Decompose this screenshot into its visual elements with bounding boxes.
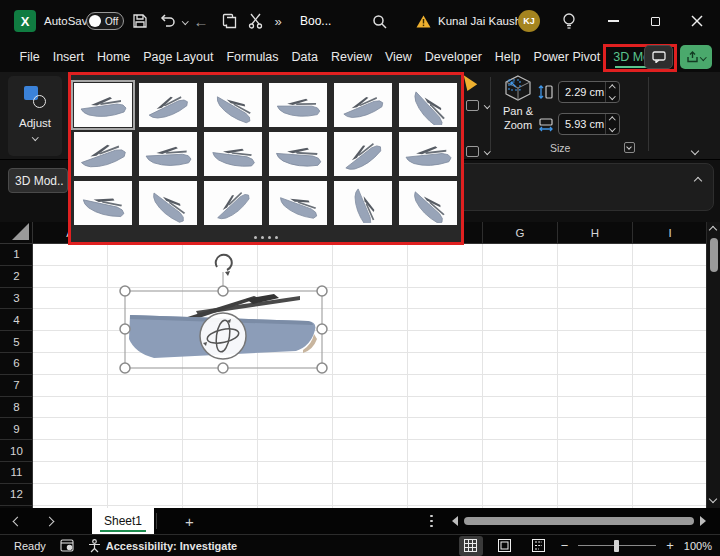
tabbar-options-icon[interactable]: [430, 515, 433, 528]
size-dialog-launcher[interactable]: [624, 142, 635, 153]
lightbulb-icon[interactable]: [562, 0, 576, 42]
gallery-model-view-18[interactable]: [399, 181, 457, 225]
row-header-2[interactable]: 2: [0, 266, 33, 288]
scroll-up-icon[interactable]: [709, 226, 717, 234]
horizontal-scroll-thumb[interactable]: [464, 517, 694, 525]
menu-tab-page-layout[interactable]: Page Layout: [137, 42, 220, 72]
prev-sheet-icon[interactable]: [0, 518, 34, 525]
menu-tab-file[interactable]: File: [13, 42, 46, 72]
height-spinner[interactable]: [605, 82, 619, 102]
menu-tab-review[interactable]: Review: [324, 42, 378, 72]
gallery-model-view-13[interactable]: [74, 181, 132, 225]
copy-icon[interactable]: [220, 0, 238, 42]
cut-icon[interactable]: [246, 0, 264, 42]
undo-icon[interactable]: [158, 0, 176, 42]
gallery-model-view-04[interactable]: [269, 83, 327, 127]
maximize-button[interactable]: [640, 0, 670, 42]
user-name[interactable]: Kunal Jai Kaushik: [438, 0, 529, 42]
gallery-model-view-11[interactable]: [334, 132, 392, 176]
menu-tab-power-pivot[interactable]: Power Pivot: [527, 42, 607, 72]
gallery-model-view-17[interactable]: [334, 181, 392, 225]
vertical-scrollbar[interactable]: [706, 222, 720, 508]
select-all-corner[interactable]: [0, 222, 33, 244]
more-commands-icon[interactable]: »: [269, 0, 287, 42]
width-spinner[interactable]: [605, 114, 619, 134]
gallery-model-view-09[interactable]: [204, 132, 262, 176]
shape-width-field[interactable]: 5.93 cm: [558, 113, 620, 135]
zoom-in-icon[interactable]: +: [666, 538, 674, 553]
gallery-model-view-16[interactable]: [269, 181, 327, 225]
horizontal-scrollbar[interactable]: [452, 514, 706, 528]
align-icon[interactable]: [466, 146, 490, 157]
gallery-model-view-03[interactable]: [204, 83, 262, 127]
gallery-resize-handle[interactable]: [71, 236, 461, 239]
column-header-i[interactable]: I: [633, 222, 706, 244]
menu-tab-data[interactable]: Data: [285, 42, 324, 72]
column-header-h[interactable]: H: [558, 222, 633, 244]
gallery-model-view-01[interactable]: [74, 83, 132, 127]
share-button[interactable]: [680, 45, 712, 69]
row-header-12[interactable]: 12: [0, 484, 33, 506]
row-header-6[interactable]: 6: [0, 353, 33, 375]
row-header-10[interactable]: 10: [0, 440, 33, 462]
gallery-model-view-02[interactable]: [139, 83, 197, 127]
page-break-view-button[interactable]: [527, 536, 551, 556]
scroll-down-icon[interactable]: [709, 495, 717, 503]
menu-tab-formulas[interactable]: Formulas: [220, 42, 285, 72]
scroll-left-icon[interactable]: [452, 516, 458, 526]
comments-button[interactable]: [644, 45, 673, 69]
menu-tab-home[interactable]: Home: [90, 42, 136, 72]
avatar[interactable]: KJ: [518, 0, 540, 42]
spreadsheet-grid[interactable]: [33, 244, 706, 508]
back-arrow-icon[interactable]: ←: [192, 0, 210, 42]
gallery-model-view-15[interactable]: [204, 181, 262, 225]
autosave-toggle[interactable]: Off: [86, 0, 124, 42]
add-sheet-button[interactable]: +: [185, 513, 194, 530]
zoom-slider[interactable]: [578, 545, 656, 547]
column-header-g[interactable]: G: [483, 222, 558, 244]
zoom-slider-knob[interactable]: [614, 540, 619, 552]
gallery-model-view-08[interactable]: [139, 132, 197, 176]
row-header-11[interactable]: 11: [0, 462, 33, 484]
accessibility-status[interactable]: Accessibility: Investigate: [88, 539, 237, 553]
scroll-right-icon[interactable]: [700, 516, 706, 526]
gallery-model-view-14[interactable]: [139, 181, 197, 225]
menu-tab-help[interactable]: Help: [488, 42, 527, 72]
gallery-model-view-12[interactable]: [399, 132, 457, 176]
save-icon[interactable]: [131, 0, 149, 42]
gallery-model-view-07[interactable]: [74, 132, 132, 176]
menu-tab-developer[interactable]: Developer: [418, 42, 488, 72]
row-header-7[interactable]: 7: [0, 375, 33, 397]
warning-icon[interactable]: [416, 0, 431, 42]
vertical-scroll-thumb[interactable]: [710, 238, 718, 272]
close-button[interactable]: [682, 0, 712, 42]
zoom-out-icon[interactable]: −: [561, 538, 569, 553]
row-header-1[interactable]: 1: [0, 244, 33, 266]
gallery-model-view-06[interactable]: [399, 83, 457, 127]
adjust-button[interactable]: Adjust: [8, 76, 62, 156]
menu-tab-insert[interactable]: Insert: [46, 42, 90, 72]
ribbon-collapse-icon[interactable]: [692, 140, 698, 158]
next-sheet-icon[interactable]: [34, 518, 64, 525]
gallery-model-view-10[interactable]: [269, 132, 327, 176]
rotate-gizmo-icon[interactable]: [200, 313, 246, 359]
page-layout-view-button[interactable]: [493, 536, 517, 556]
menu-tab-view[interactable]: View: [378, 42, 418, 72]
3d-model-object[interactable]: [108, 252, 338, 377]
formula-bar-expand-icon[interactable]: [694, 177, 702, 185]
row-header-8[interactable]: 8: [0, 397, 33, 419]
row-header-9[interactable]: 9: [0, 418, 33, 440]
row-header-4[interactable]: 4: [0, 309, 33, 331]
rotate-handle-icon[interactable]: [216, 255, 232, 276]
name-box[interactable]: 3D Mod..: [8, 168, 68, 193]
sheet-tab-sheet1[interactable]: Sheet1: [92, 508, 154, 534]
macro-record-icon[interactable]: [60, 539, 74, 552]
pan-zoom-button[interactable]: Pan & Zoom: [494, 74, 542, 152]
zoom-level[interactable]: 100%: [684, 540, 712, 552]
gallery-model-view-05[interactable]: [334, 83, 392, 127]
search-icon[interactable]: [372, 0, 387, 42]
row-header-3[interactable]: 3: [0, 288, 33, 310]
shape-height-field[interactable]: 2.29 cm: [558, 81, 620, 103]
minimize-button[interactable]: [598, 0, 628, 42]
normal-view-button[interactable]: [459, 536, 483, 556]
